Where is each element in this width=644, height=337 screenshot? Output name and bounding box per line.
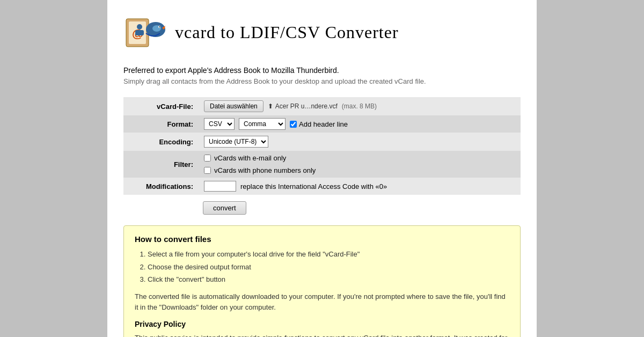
modifications-label: Modifications: <box>123 178 199 195</box>
format-label: Format: <box>123 115 199 133</box>
filter-email-row: vCards with e-mail only <box>204 154 515 162</box>
subtitle-block: Preferred to export Apple's Address Book… <box>123 64 521 87</box>
file-choose-button[interactable]: Datei auswählen <box>204 100 264 112</box>
howto-step-2: Choose the desired output format <box>148 262 509 273</box>
file-name-text: Acer PR u…ndere.vcf <box>275 102 338 110</box>
modifications-cell: replace this International Access Code w… <box>199 178 521 195</box>
filter-email-checkbox[interactable] <box>204 155 211 162</box>
modifications-input[interactable] <box>204 181 236 192</box>
format-cell: CSV LDIF Comma Semicolon Tab Add header … <box>199 115 521 133</box>
upload-icon: ⬆ <box>268 102 273 110</box>
format-field: CSV LDIF Comma Semicolon Tab Add header … <box>204 118 515 130</box>
convert-button-row: convert <box>203 201 521 215</box>
add-header-label[interactable]: Add header line <box>299 120 348 128</box>
svg-point-3 <box>137 24 142 30</box>
file-name-display: ⬆ Acer PR u…ndere.vcf <box>268 102 338 110</box>
modifications-field: replace this International Access Code w… <box>204 181 515 192</box>
encoding-label: Encoding: <box>123 133 199 151</box>
encoding-cell: Unicode (UTF-8) ISO-8859-1 Windows-1252 <box>199 133 521 151</box>
modifications-text: replace this International Access Code w… <box>240 182 387 191</box>
privacy-title: Privacy Policy <box>135 320 509 328</box>
filter-phone-row: vCards with phone numbers only <box>204 166 515 174</box>
privacy-text: This public service is intended to provi… <box>135 333 509 337</box>
filter-email-label[interactable]: vCards with e-mail only <box>214 154 286 162</box>
filter-phone-label[interactable]: vCards with phone numbers only <box>214 166 316 174</box>
howto-description: The converted file is automatically down… <box>135 291 509 314</box>
format-row: Format: CSV LDIF Comma Semicolon Tab Add… <box>123 115 521 133</box>
filter-cell: vCards with e-mail only vCards with phon… <box>199 151 521 178</box>
svg-point-9 <box>159 26 160 27</box>
filter-row: Filter: vCards with e-mail only vCards w… <box>123 151 521 178</box>
app-title: vcard to LDIF/CSV Converter <box>175 23 399 42</box>
logo-area: @ <box>123 11 166 54</box>
modifications-row: Modifications: replace this Internationa… <box>123 178 521 195</box>
howto-title: How to convert files <box>135 235 509 244</box>
filter-phone-checkbox[interactable] <box>204 167 211 174</box>
app-logo-icon: @ <box>123 11 166 54</box>
howto-step-3: Click the "convert" button <box>148 274 509 285</box>
howto-box: How to convert files Select a file from … <box>123 225 521 337</box>
add-header-checkbox[interactable] <box>290 121 297 128</box>
page-container: @ vcard to LDIF/CSV Converter Preferred … <box>107 0 537 337</box>
convert-button[interactable]: convert <box>203 201 246 215</box>
format-select[interactable]: CSV LDIF <box>204 118 235 130</box>
filter-options: vCards with e-mail only vCards with phon… <box>204 154 515 174</box>
subtitle-sub: Simply drag all contacts from the Addres… <box>123 76 521 87</box>
vcard-file-label: vCard-File: <box>123 97 199 115</box>
encoding-select[interactable]: Unicode (UTF-8) ISO-8859-1 Windows-1252 <box>204 136 268 148</box>
add-header-container: Add header line <box>290 120 348 128</box>
vcard-file-cell: Datei auswählen ⬆ Acer PR u…ndere.vcf (m… <box>199 97 521 115</box>
file-size-hint: (max. 8 MB) <box>342 102 377 110</box>
vcard-file-field: Datei auswählen ⬆ Acer PR u…ndere.vcf (m… <box>204 100 515 112</box>
vcard-file-row: vCard-File: Datei auswählen ⬆ Acer PR u…… <box>123 97 521 115</box>
subtitle-main: Preferred to export Apple's Address Book… <box>123 64 521 76</box>
filter-label: Filter: <box>123 151 199 178</box>
form-table: vCard-File: Datei auswählen ⬆ Acer PR u…… <box>123 97 521 195</box>
howto-step-1: Select a file from your computer's local… <box>148 249 509 260</box>
encoding-row: Encoding: Unicode (UTF-8) ISO-8859-1 Win… <box>123 133 521 151</box>
svg-rect-4 <box>135 30 144 35</box>
header: @ vcard to LDIF/CSV Converter <box>123 11 521 54</box>
separator-select[interactable]: Comma Semicolon Tab <box>239 118 286 130</box>
howto-steps-list: Select a file from your computer's local… <box>148 249 509 285</box>
